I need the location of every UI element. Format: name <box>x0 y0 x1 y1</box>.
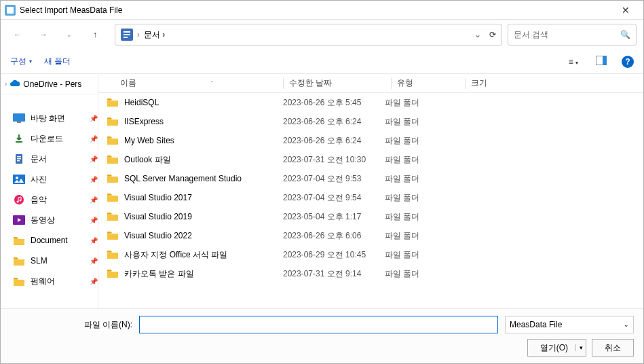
chevron-right-icon: › <box>5 80 7 88</box>
filename-input[interactable] <box>139 316 498 333</box>
sidebar-item-label: 다운로드 <box>31 133 84 145</box>
file-row[interactable]: Outlook 파일2023-07-31 오전 10:30파일 폴더 <box>98 150 643 169</box>
search-box[interactable]: 🔍 <box>508 24 637 46</box>
main-area: › OneDrive - Pers 바탕 화면📌다운로드📌문서📌사진📌음악📌동영… <box>1 74 643 308</box>
sidebar-item-1[interactable]: 다운로드📌 <box>1 128 98 149</box>
svg-point-18 <box>20 200 22 202</box>
back-button[interactable]: ← <box>7 24 28 45</box>
preview-pane-button[interactable] <box>593 53 609 70</box>
file-date: 2023-05-04 오후 1:17 <box>283 211 385 223</box>
file-date: 2023-06-26 오후 6:24 <box>283 135 385 147</box>
file-row[interactable]: IISExpress2023-06-26 오후 6:24파일 폴더 <box>98 112 643 131</box>
pin-icon: 📌 <box>90 217 98 224</box>
folder-icon <box>107 116 119 128</box>
sidebar-item-7[interactable]: SLM📌 <box>1 251 98 271</box>
view-list-button[interactable]: ≡ ▾ <box>566 54 581 69</box>
file-date: 2023-06-26 오후 6:06 <box>283 230 385 242</box>
folder-icon <box>13 255 25 267</box>
address-path: 문서 › <box>144 29 470 41</box>
photo-icon <box>13 173 25 185</box>
file-row[interactable]: 카카오톡 받은 파일2023-07-31 오전 9:14파일 폴더 <box>98 264 643 283</box>
help-button[interactable]: ? <box>622 56 634 68</box>
file-date: 2023-07-31 오전 10:30 <box>283 154 385 166</box>
sidebar-item-3[interactable]: 사진📌 <box>1 169 98 189</box>
folder-icon <box>107 173 119 185</box>
file-type: 파일 폴더 <box>385 211 453 223</box>
file-row[interactable]: Visual Studio 20192023-05-04 오후 1:17파일 폴… <box>98 207 643 226</box>
folder-icon <box>107 230 119 242</box>
file-date: 2023-07-04 오전 9:54 <box>283 192 385 204</box>
file-type: 파일 폴더 <box>385 135 453 147</box>
document-icon <box>13 153 25 165</box>
app-icon <box>5 5 16 16</box>
file-name: Outlook 파일 <box>124 154 171 166</box>
file-type: 파일 폴더 <box>385 97 453 109</box>
file-name: Visual Studio 2017 <box>124 193 192 202</box>
chevron-down-icon: ▾ <box>29 58 32 65</box>
file-name: My Web Sites <box>124 136 174 145</box>
file-type-filter[interactable]: MeasData File⌄ <box>505 316 634 333</box>
pin-icon: 📌 <box>90 257 98 265</box>
sidebar-item-label: 문서 <box>31 153 84 165</box>
open-button[interactable]: 열기(O)▾ <box>527 339 586 357</box>
file-row[interactable]: Visual Studio 20222023-06-26 오후 6:06파일 폴… <box>98 226 643 245</box>
up-button[interactable]: ↑ <box>85 24 105 45</box>
file-list: HeidiSQL2023-06-26 오후 5:45파일 폴더IISExpres… <box>98 93 643 308</box>
sidebar-item-0[interactable]: 바탕 화면📌 <box>1 108 98 128</box>
open-dropdown-icon[interactable]: ▾ <box>575 344 583 351</box>
svg-point-15 <box>16 177 18 179</box>
organize-button[interactable]: 구성▾ <box>10 56 32 67</box>
svg-rect-3 <box>124 31 130 33</box>
file-date: 2023-06-26 오후 6:24 <box>283 116 385 128</box>
column-name[interactable]: 이름˄ <box>107 77 283 89</box>
file-type: 파일 폴더 <box>385 230 453 242</box>
new-folder-button[interactable]: 새 폴더 <box>44 56 71 67</box>
svg-rect-1 <box>7 7 14 14</box>
svg-rect-9 <box>17 122 21 123</box>
sidebar-onedrive[interactable]: › OneDrive - Pers <box>1 74 98 94</box>
file-row[interactable]: SQL Server Management Studio2023-07-04 오… <box>98 169 643 188</box>
sidebar-item-6[interactable]: Document📌 <box>1 230 98 251</box>
file-row[interactable]: Visual Studio 20172023-07-04 오전 9:54파일 폴… <box>98 188 643 207</box>
forward-button[interactable]: → <box>33 24 54 45</box>
video-icon <box>13 214 25 226</box>
sidebar-item-label: 동영상 <box>31 215 84 226</box>
column-date[interactable]: 수정한 날짜 <box>289 77 391 89</box>
file-area: 이름˄ 수정한 날짜 유형 크기 HeidiSQL2023-06-26 오후 5… <box>98 74 643 308</box>
recent-button[interactable]: ⌄ <box>59 24 79 45</box>
file-name: HeidiSQL <box>124 98 159 107</box>
file-date: 2023-06-26 오후 5:45 <box>283 97 385 109</box>
file-date: 2023-07-31 오전 9:14 <box>283 268 385 280</box>
close-button[interactable]: ✕ <box>612 5 639 16</box>
file-row[interactable]: My Web Sites2023-06-26 오후 6:24파일 폴더 <box>98 131 643 150</box>
sidebar-item-8[interactable]: 펌웨어📌 <box>1 271 98 291</box>
svg-rect-7 <box>603 56 607 65</box>
column-type[interactable]: 유형 <box>397 77 465 89</box>
file-row[interactable]: HeidiSQL2023-06-26 오후 5:45파일 폴더 <box>98 93 643 112</box>
svg-point-17 <box>17 201 19 203</box>
sidebar-item-label: 펌웨어 <box>31 276 84 287</box>
folder-icon <box>107 154 119 166</box>
address-bar[interactable]: › 문서 › ⌄ ⟳ <box>115 24 502 46</box>
cancel-button[interactable]: 취소 <box>592 339 634 357</box>
sidebar-item-2[interactable]: 문서📌 <box>1 149 98 169</box>
address-dropdown-icon[interactable]: ⌄ <box>474 30 481 39</box>
sidebar-item-5[interactable]: 동영상📌 <box>1 210 98 230</box>
search-input[interactable] <box>514 30 620 39</box>
title-bar: Select Import MeasData File ✕ <box>1 1 643 20</box>
file-type: 파일 폴더 <box>385 173 453 185</box>
file-row[interactable]: 사용자 지정 Office 서식 파일2023-06-29 오전 10:45파일… <box>98 245 643 264</box>
file-name: Visual Studio 2019 <box>124 212 192 221</box>
file-date: 2023-06-29 오전 10:45 <box>283 249 385 261</box>
sort-asc-icon: ˄ <box>140 80 283 87</box>
pin-icon: 📌 <box>90 196 98 204</box>
file-date: 2023-07-04 오전 9:53 <box>283 173 385 185</box>
column-size[interactable]: 크기 <box>471 77 512 89</box>
file-name: IISExpress <box>124 117 164 126</box>
refresh-button[interactable]: ⟳ <box>489 30 496 39</box>
onedrive-label: OneDrive - Pers <box>23 79 81 89</box>
footer: 파일 이름(N): MeasData File⌄ 열기(O)▾ 취소 <box>1 308 643 363</box>
sidebar-item-4[interactable]: 음악📌 <box>1 189 98 210</box>
nav-bar: ← → ⌄ ↑ › 문서 › ⌄ ⟳ 🔍 <box>1 20 643 50</box>
sidebar-item-label: Document <box>31 236 84 245</box>
